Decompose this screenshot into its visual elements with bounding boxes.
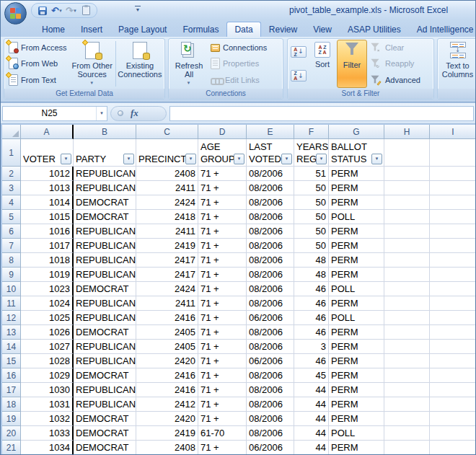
cell-empty[interactable] [384, 325, 430, 340]
cell-last-voted[interactable]: 08/2006 [247, 412, 294, 426]
cell-empty[interactable] [430, 167, 476, 181]
cell-party[interactable]: DEMOCRAT [74, 368, 136, 383]
cell-ballot-status[interactable]: PERM [329, 253, 384, 268]
cell-age-group[interactable]: 71 + [198, 340, 247, 354]
cell-ballot-status[interactable]: PERM [329, 181, 384, 195]
cell-precinct[interactable]: 2420 [136, 412, 198, 426]
cell-precinct[interactable]: 2419 [136, 426, 198, 441]
row-header[interactable]: 8 [2, 253, 21, 268]
cell-voter[interactable]: 1027 [21, 340, 74, 354]
filter-dropdown-icon[interactable]: ▼ [123, 154, 134, 164]
cell-ballot-status[interactable]: PERM [329, 383, 384, 397]
cell-empty[interactable] [430, 282, 476, 296]
cell-last-voted[interactable]: 08/2006 [247, 181, 294, 195]
cell-party[interactable]: REPUBLICAN [74, 354, 136, 368]
cell-empty[interactable] [384, 397, 430, 412]
cell-last-voted[interactable]: 08/2006 [247, 325, 294, 340]
cell-empty[interactable] [430, 181, 476, 195]
filter-dropdown-icon[interactable]: ▼ [371, 154, 382, 164]
cell-last-voted[interactable]: 08/2006 [247, 282, 294, 296]
cell-precinct[interactable]: 2416 [136, 383, 198, 397]
cell-precinct[interactable]: 2420 [136, 354, 198, 368]
cell-precinct[interactable]: 2408 [136, 167, 198, 181]
row-header[interactable]: 4 [2, 195, 21, 210]
filter-dropdown-icon[interactable]: ▼ [316, 154, 327, 164]
cell-last-voted[interactable]: 08/2006 [247, 224, 294, 239]
row-header[interactable]: 9 [2, 268, 21, 282]
row-header[interactable]: 13 [2, 325, 21, 340]
row-header[interactable]: 20 [2, 426, 21, 441]
cell-voter[interactable]: 1031 [21, 397, 74, 412]
column-header-f[interactable]: F [294, 125, 329, 139]
cell-empty[interactable] [384, 253, 430, 268]
cell-ballot-status[interactable]: POLL [329, 210, 384, 224]
cell-years-reg[interactable]: 44 [294, 441, 329, 454]
cell-party[interactable]: REPUBLICAN [74, 296, 136, 311]
filter-dropdown-icon[interactable]: ▼ [281, 154, 292, 164]
header-cell-empty[interactable] [430, 139, 476, 167]
cell-ballot-status[interactable]: PERM [329, 325, 384, 340]
header-cell-years-reg[interactable]: YEARSREG ▼ [294, 139, 329, 167]
cell-voter[interactable]: 1014 [21, 195, 74, 210]
column-header-e[interactable]: E [247, 125, 294, 139]
cell-party[interactable]: REPUBLICAN [74, 167, 136, 181]
from-web-button[interactable]: From Web [7, 56, 69, 71]
cell-party[interactable]: DEMOCRAT [74, 282, 136, 296]
filter-dropdown-icon[interactable]: ▼ [234, 154, 244, 164]
cell-empty[interactable] [384, 296, 430, 311]
cell-party[interactable]: REPUBLICAN [74, 181, 136, 195]
cell-party[interactable]: REPUBLICAN [74, 224, 136, 239]
cell-ballot-status[interactable]: PERM [329, 167, 384, 181]
cell-age-group[interactable]: 71 + [198, 181, 247, 195]
tab-data[interactable]: Data [226, 22, 260, 37]
row-header[interactable]: 17 [2, 383, 21, 397]
cell-empty[interactable] [430, 354, 476, 368]
cell-voter[interactable]: 1025 [21, 311, 74, 325]
header-cell-precinct[interactable]: PRECINCT ▼ [136, 139, 198, 167]
column-header-h[interactable]: H [384, 125, 430, 139]
cell-last-voted[interactable]: 08/2006 [247, 253, 294, 268]
row-header[interactable]: 5 [2, 210, 21, 224]
cell-precinct[interactable]: 2411 [136, 224, 198, 239]
cell-party[interactable]: DEMOCRAT [74, 426, 136, 441]
row-header[interactable]: 7 [2, 239, 21, 253]
save-button[interactable] [36, 4, 49, 17]
cell-voter[interactable]: 1017 [21, 239, 74, 253]
cell-precinct[interactable]: 2418 [136, 210, 198, 224]
cell-ballot-status[interactable]: PERM [329, 195, 384, 210]
cell-empty[interactable] [384, 167, 430, 181]
chevron-down-icon[interactable]: ▼ [96, 107, 107, 120]
cell-empty[interactable] [384, 239, 430, 253]
cell-voter[interactable]: 1033 [21, 426, 74, 441]
cell-last-voted[interactable]: 08/2006 [247, 239, 294, 253]
cell-last-voted[interactable]: 08/2006 [247, 296, 294, 311]
name-box[interactable]: N25 ▼ [2, 106, 107, 121]
row-header[interactable]: 12 [2, 311, 21, 325]
filter-button[interactable]: Filter [337, 40, 367, 88]
cell-last-voted[interactable]: 06/2006 [247, 311, 294, 325]
cell-years-reg[interactable]: 3 [294, 340, 329, 354]
row-header[interactable]: 3 [2, 181, 21, 195]
cell-voter[interactable]: 1029 [21, 368, 74, 383]
cell-voter[interactable]: 1015 [21, 210, 74, 224]
cell-last-voted[interactable]: 08/2006 [247, 340, 294, 354]
cell-voter[interactable]: 1024 [21, 296, 74, 311]
cell-ballot-status[interactable]: POLL [329, 426, 384, 441]
cell-ballot-status[interactable]: POLL [329, 282, 384, 296]
cell-voter[interactable]: 1018 [21, 253, 74, 268]
select-all-button[interactable] [2, 125, 21, 139]
formula-input[interactable] [169, 106, 474, 121]
cell-empty[interactable] [384, 268, 430, 282]
cell-precinct[interactable]: 2417 [136, 253, 198, 268]
cell-age-group[interactable]: 71 + [198, 167, 247, 181]
cell-years-reg[interactable]: 50 [294, 224, 329, 239]
sort-ascending-button[interactable]: AZ ↓ [291, 46, 307, 58]
header-cell-ballot-status[interactable]: BALLOTSTATUS ▼ [329, 139, 384, 167]
cell-ballot-status[interactable]: PERM [329, 354, 384, 368]
column-header-i[interactable]: I [430, 125, 476, 139]
cell-age-group[interactable]: 71 + [198, 397, 247, 412]
cell-empty[interactable] [384, 195, 430, 210]
cell-years-reg[interactable]: 44 [294, 412, 329, 426]
cell-years-reg[interactable]: 46 [294, 296, 329, 311]
filter-dropdown-icon[interactable]: ▼ [185, 154, 196, 164]
